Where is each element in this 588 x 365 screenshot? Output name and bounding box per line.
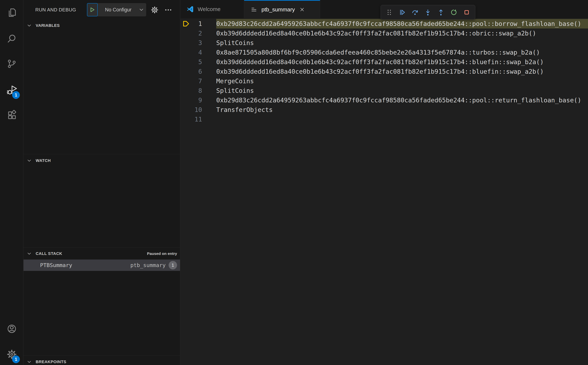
config-dropdown-value[interactable]: No Configur (98, 7, 139, 13)
step-into-button[interactable] (424, 8, 432, 16)
section-breakpoints[interactable]: BREAKPOINTS (23, 357, 180, 365)
code-text: SplitCoins (216, 38, 254, 48)
line-number: 6 (180, 67, 202, 76)
activity-item-search[interactable] (0, 28, 23, 50)
step-out-icon (437, 8, 445, 16)
code-line[interactable]: 40x8ae871505a80d8bf6bf9c05906cda6edfeea4… (180, 48, 588, 57)
tab-label: Welcome (198, 6, 220, 12)
line-number: 5 (180, 57, 202, 67)
section-watch[interactable]: WATCH (23, 155, 180, 166)
editor-gutter[interactable]: 4 (180, 48, 216, 57)
line-number: 4 (180, 48, 202, 57)
stop-icon (463, 8, 470, 16)
section-label: VARIABLES (36, 23, 60, 28)
code-line[interactable]: 11 (180, 114, 588, 124)
code-text: TransferObjects (216, 105, 273, 114)
tab-label: ptb_summary (262, 7, 295, 13)
editor-group: Welcome ptb_summary 10xb29d83c26cdd2a649… (180, 0, 588, 365)
activity-item-accounts[interactable] (0, 318, 23, 340)
chevron-down-icon (27, 23, 32, 28)
editor-gutter[interactable]: 1 (180, 19, 216, 28)
editor-gutter[interactable]: 2 (180, 28, 216, 38)
grip-icon (385, 8, 393, 16)
debug-badge: 1 (12, 91, 20, 99)
editor-gutter[interactable]: 7 (180, 76, 216, 86)
section-variables[interactable]: VARIABLES (23, 20, 180, 31)
debug-config-dropdown: No Configur (87, 3, 146, 16)
editor-gutter[interactable]: 5 (180, 57, 216, 67)
code-text: MergeCoins (216, 76, 254, 86)
code-text: 0xb29d83c26cdd2a64959263abbcfc4a6937f0c9… (216, 95, 581, 105)
code-line[interactable]: 50xb39d6dddedd16ed8a40ce0b1e6b43c92acf0f… (180, 57, 588, 67)
continue-button[interactable] (398, 8, 406, 16)
close-icon[interactable] (299, 7, 305, 13)
code-line[interactable]: 10TransferObjects (180, 105, 588, 114)
restart-button[interactable] (450, 8, 458, 16)
files-icon (7, 7, 17, 18)
chevron-down-icon (27, 359, 32, 364)
frame-name: PTBSummary (40, 262, 72, 268)
code-line[interactable]: 3SplitCoins (180, 38, 588, 48)
code-text: 0xb39d6dddedd16ed8a40ce0b1e6b43c92acf0ff… (216, 57, 544, 67)
activity-item-run-and-debug[interactable]: 1 (0, 79, 23, 101)
line-number: 7 (180, 76, 202, 86)
activity-item-settings[interactable]: 1 (0, 343, 23, 365)
section-divider (23, 247, 180, 248)
search-icon (7, 34, 17, 44)
line-number: 2 (180, 28, 202, 38)
line-number: 8 (180, 86, 202, 95)
code-line[interactable]: 7MergeCoins (180, 76, 588, 86)
code-line[interactable]: 60xb39d6dddedd16ed8a40ce0b1e6b43c92acf0f… (180, 67, 588, 76)
paused-marker-icon (182, 20, 190, 28)
source-control-icon (7, 59, 17, 69)
code-text: 0xb39d6dddedd16ed8a40ce0b1e6b43c92acf0ff… (216, 28, 536, 38)
code-text: 0xb39d6dddedd16ed8a40ce0b1e6b43c92acf0ff… (216, 67, 544, 76)
section-label: WATCH (36, 158, 51, 163)
chevron-down-icon[interactable] (139, 7, 144, 12)
run-and-debug-sidebar: RUN AND DEBUG No Configur VARIABLES WATC… (23, 0, 180, 365)
line-number: 10 (180, 105, 202, 114)
toolbar-drag-grip[interactable] (385, 8, 393, 16)
step-over-button[interactable] (411, 8, 419, 16)
code-line[interactable]: 10xb29d83c26cdd2a64959263abbcfc4a6937f0c… (180, 19, 588, 28)
code-text: 0xb29d83c26cdd2a64959263abbcfc4a6937f0c9… (216, 19, 581, 28)
activity-item-explorer[interactable] (0, 1, 23, 23)
activity-item-source-control[interactable] (0, 53, 23, 75)
vscode-window: 1 1 RUN AND DEBUG No Configur VARIABLES (0, 0, 588, 365)
sidebar-title: RUN AND DEBUG (35, 7, 76, 13)
start-debugging-button[interactable] (87, 3, 98, 16)
debug-settings-gear-icon[interactable] (151, 6, 158, 14)
tab-welcome[interactable]: Welcome (180, 0, 244, 18)
editor-gutter[interactable]: 8 (180, 86, 216, 95)
section-divider (23, 355, 180, 356)
paused-status-text: Paused on entry (147, 251, 177, 256)
activity-bar: 1 1 (0, 0, 23, 365)
line-number: 9 (180, 95, 202, 105)
editor-gutter[interactable]: 9 (180, 95, 216, 105)
section-call-stack[interactable]: CALL STACK Paused on entry (23, 248, 180, 259)
code-line[interactable]: 20xb39d6dddedd16ed8a40ce0b1e6b43c92acf0f… (180, 28, 588, 38)
step-out-button[interactable] (437, 8, 445, 16)
editor-gutter[interactable]: 11 (180, 114, 216, 124)
activity-item-extensions[interactable] (0, 104, 23, 126)
step-into-icon (424, 8, 432, 16)
more-actions-icon[interactable] (164, 6, 172, 14)
frame-badge: 1 (169, 261, 177, 269)
code-line[interactable]: 8SplitCoins (180, 86, 588, 95)
call-stack-frame-row[interactable]: PTBSummary ptb_summary 1 (23, 260, 180, 271)
stop-button[interactable] (463, 8, 471, 16)
section-divider (23, 154, 180, 154)
extensions-icon (7, 110, 17, 120)
chevron-down-icon (27, 251, 32, 256)
continue-icon (398, 8, 406, 16)
tab-ptb-summary[interactable]: ptb_summary (244, 0, 320, 18)
frame-file: ptb_summary (130, 262, 166, 268)
code-line[interactable]: 90xb29d83c26cdd2a64959263abbcfc4a6937f0c… (180, 95, 588, 105)
code-text: 0x8ae871505a80d8bf6bf9c05906cda6edfeea46… (216, 48, 540, 57)
editor-gutter[interactable]: 3 (180, 38, 216, 48)
editor-gutter[interactable]: 6 (180, 67, 216, 76)
vscode-logo-icon (186, 5, 194, 13)
restart-icon (450, 8, 458, 16)
editor-lines: 10xb29d83c26cdd2a64959263abbcfc4a6937f0c… (180, 18, 588, 365)
editor-gutter[interactable]: 10 (180, 105, 216, 114)
